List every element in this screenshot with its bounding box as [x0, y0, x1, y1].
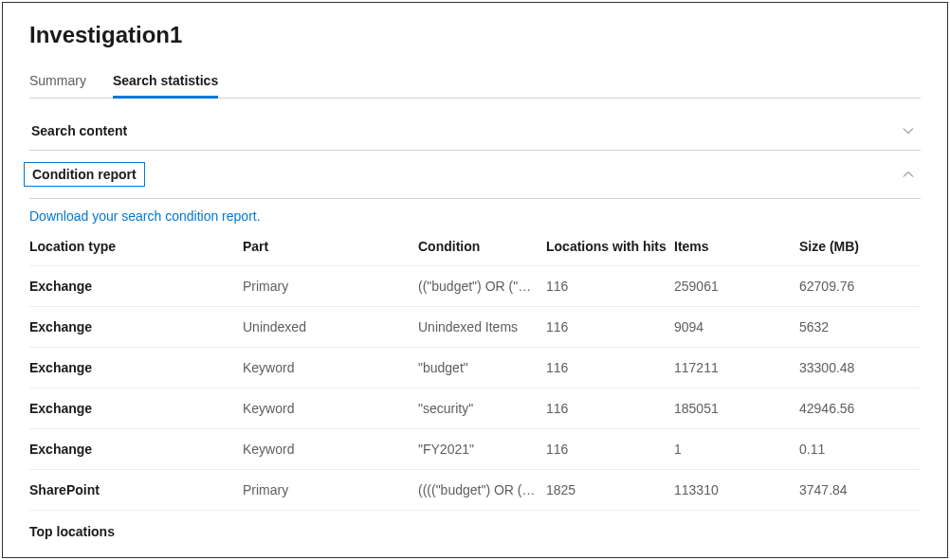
column-location-type: Location type [29, 239, 243, 254]
cell-location-type: Exchange [29, 319, 243, 334]
cell-locations-with-hits: 116 [546, 442, 674, 457]
section-top-locations-title[interactable]: Top locations [29, 510, 921, 552]
tab-summary[interactable]: Summary [29, 65, 86, 98]
cell-items: 185051 [674, 401, 799, 416]
cell-locations-with-hits: 116 [546, 319, 674, 334]
table-row: ExchangeKeyword"security"11618505142946.… [29, 388, 921, 428]
cell-locations-with-hits: 116 [546, 360, 674, 375]
cell-condition: (("budget") OR ("sec… [418, 279, 546, 294]
cell-part: Primary [243, 482, 418, 497]
table-header: Location type Part Condition Locations w… [29, 231, 921, 265]
cell-items: 9094 [674, 319, 799, 334]
section-search-content-title: Search content [31, 123, 127, 138]
section-search-content[interactable]: Search content [29, 112, 921, 151]
cell-location-type: Exchange [29, 401, 243, 416]
column-locations-with-hits: Locations with hits [546, 239, 674, 254]
cell-size-mb: 33300.48 [799, 360, 921, 375]
cell-locations-with-hits: 1825 [546, 482, 674, 497]
column-items: Items [674, 239, 799, 254]
table-row: SharePointPrimary(((("budget") OR ("se…1… [29, 469, 921, 510]
cell-location-type: SharePoint [29, 482, 243, 497]
cell-part: Keyword [243, 360, 418, 375]
cell-condition: "budget" [418, 360, 546, 375]
table-row: ExchangeUnindexedUnindexed Items11690945… [29, 306, 921, 347]
column-size-mb: Size (MB) [799, 239, 921, 254]
section-condition-report-title: Condition report [24, 162, 145, 187]
condition-report-table: Location type Part Condition Locations w… [29, 231, 921, 510]
cell-condition: Unindexed Items [418, 319, 546, 334]
tab-search-statistics[interactable]: Search statistics [113, 65, 218, 98]
cell-part: Unindexed [243, 319, 418, 334]
cell-locations-with-hits: 116 [546, 401, 674, 416]
cell-items: 113310 [674, 482, 799, 497]
cell-items: 1 [674, 442, 799, 457]
cell-items: 117211 [674, 360, 799, 375]
cell-condition: "FY2021" [418, 442, 546, 457]
chevron-down-icon [902, 124, 915, 137]
cell-size-mb: 0.11 [799, 442, 921, 457]
page-title: Investigation1 [29, 22, 921, 48]
cell-location-type: Exchange [29, 360, 243, 375]
tabs-bar: Summary Search statistics [29, 65, 921, 99]
cell-location-type: Exchange [29, 442, 243, 457]
cell-items: 259061 [674, 279, 799, 294]
chevron-up-icon [902, 168, 915, 181]
table-row: ExchangePrimary(("budget") OR ("sec…1162… [29, 265, 921, 306]
cell-condition: "security" [418, 401, 546, 416]
cell-location-type: Exchange [29, 279, 243, 294]
column-condition: Condition [418, 239, 546, 254]
cell-part: Keyword [243, 401, 418, 416]
cell-part: Keyword [243, 442, 418, 457]
cell-part: Primary [243, 279, 418, 294]
cell-locations-with-hits: 116 [546, 279, 674, 294]
cell-size-mb: 42946.56 [799, 401, 921, 416]
cell-size-mb: 5632 [799, 319, 921, 334]
cell-condition: (((("budget") OR ("se… [418, 482, 546, 497]
cell-size-mb: 3747.84 [799, 482, 921, 497]
column-part: Part [243, 239, 418, 254]
download-report-link[interactable]: Download your search condition report. [29, 199, 261, 231]
table-row: ExchangeKeyword"budget"11611721133300.48 [29, 347, 921, 388]
table-row: ExchangeKeyword"FY2021"11610.11 [29, 428, 921, 469]
cell-size-mb: 62709.76 [799, 279, 921, 294]
section-condition-report[interactable]: Condition report [29, 151, 921, 199]
